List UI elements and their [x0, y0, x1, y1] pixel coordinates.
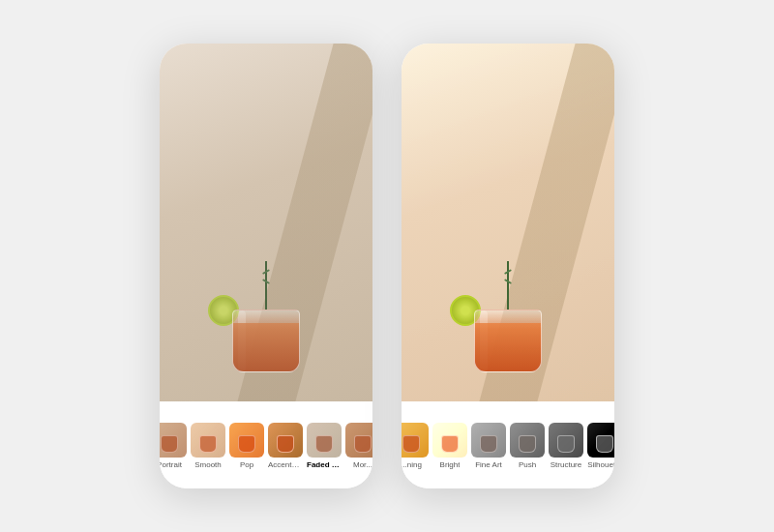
right-filter-strip: ...ning Bright Fine Art Push Structure S… — [402, 401, 614, 488]
filter-portrait[interactable]: Portrait — [160, 423, 187, 469]
left-photo-area — [160, 44, 372, 401]
bright-thumb — [432, 423, 467, 458]
more-thumb — [345, 423, 372, 458]
filter-structure[interactable]: Structure — [549, 423, 583, 469]
smooth-label: Smooth — [194, 460, 222, 469]
left-phone: Portrait Smooth Pop Accentua... Faded Gl… — [160, 44, 372, 488]
pop-thumb — [229, 423, 264, 458]
left-filter-strip: Portrait Smooth Pop Accentua... Faded Gl… — [160, 401, 372, 488]
filter-silhouette[interactable]: Silhouette — [587, 423, 614, 469]
portrait-thumb — [160, 423, 187, 458]
left-photo-bg — [160, 44, 372, 401]
faded-label: Faded Gl... — [307, 460, 342, 469]
more-label: Mor... — [353, 460, 372, 469]
right-filter-thumbnails: ...ning Bright Fine Art Push Structure S… — [402, 409, 614, 483]
pop-label: Pop — [240, 460, 253, 469]
bright-label: Bright — [440, 460, 461, 469]
filter-more[interactable]: Mor... — [345, 423, 372, 469]
accentua-thumb — [268, 423, 303, 458]
faded-thumb — [307, 423, 342, 458]
morning-thumb — [402, 423, 429, 458]
filter-fineart[interactable]: Fine Art — [471, 423, 506, 469]
cocktail-glass-right — [474, 261, 542, 372]
smooth-thumb — [191, 423, 225, 458]
right-phone: ...ning Bright Fine Art Push Structure S… — [402, 44, 614, 488]
filter-push[interactable]: Push — [510, 423, 545, 469]
right-photo-area — [402, 44, 614, 401]
push-label: Push — [519, 460, 536, 469]
filter-accentua[interactable]: Accentua... — [268, 423, 303, 469]
fineart-thumb — [471, 423, 506, 458]
morning-label: ...ning — [402, 460, 422, 469]
filter-pop[interactable]: Pop — [229, 423, 264, 469]
structure-label: Structure — [551, 460, 581, 469]
glass-right — [474, 310, 542, 372]
fineart-label: Fine Art — [475, 460, 502, 469]
silhouette-thumb — [587, 423, 614, 458]
filter-faded[interactable]: Faded Gl... — [307, 423, 342, 469]
filter-bright[interactable]: Bright — [432, 423, 467, 469]
filter-morning[interactable]: ...ning — [402, 423, 429, 469]
glass — [232, 310, 300, 372]
portrait-label: Portrait — [160, 460, 182, 469]
push-thumb — [510, 423, 545, 458]
silhouette-label: Silhouette — [587, 460, 614, 469]
accentua-label: Accentua... — [268, 460, 303, 469]
left-filter-thumbnails: Portrait Smooth Pop Accentua... Faded Gl… — [160, 409, 372, 483]
filter-smooth[interactable]: Smooth — [191, 423, 225, 469]
structure-thumb — [549, 423, 583, 458]
right-photo-bg — [402, 44, 614, 401]
cocktail-glass-left — [232, 261, 300, 372]
